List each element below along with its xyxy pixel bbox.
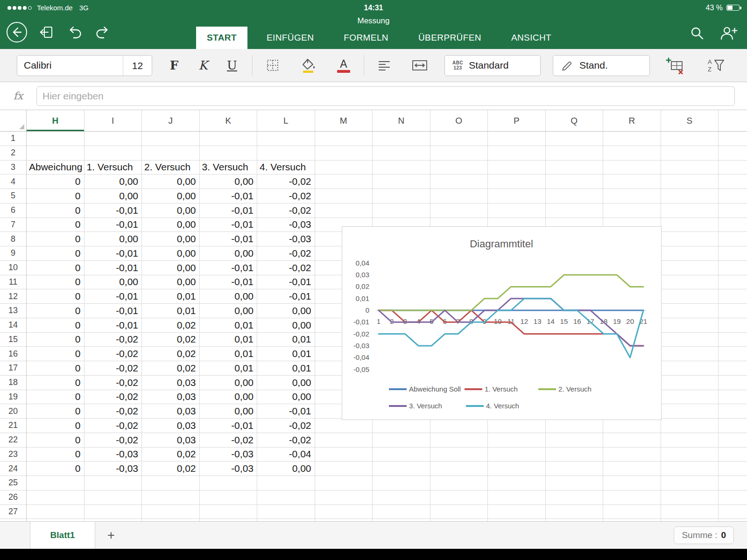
font-color-button[interactable]: A bbox=[331, 55, 356, 76]
cell-L20[interactable]: -0,01 bbox=[257, 404, 315, 419]
cell-K15[interactable]: 0,01 bbox=[200, 333, 258, 347]
cell-K20[interactable]: 0,00 bbox=[200, 404, 258, 419]
cell-R2[interactable] bbox=[603, 146, 661, 161]
cell-partial-16[interactable] bbox=[719, 347, 747, 361]
cell-partial-22[interactable] bbox=[719, 433, 747, 448]
cell-Q2[interactable] bbox=[546, 146, 604, 161]
cell-I19[interactable]: -0,02 bbox=[85, 390, 142, 405]
cell-I11[interactable]: 0,00 bbox=[85, 275, 142, 290]
cell-S4[interactable] bbox=[661, 175, 719, 189]
cell-M24[interactable] bbox=[315, 462, 373, 476]
cell-M26[interactable] bbox=[315, 490, 373, 505]
column-header-S[interactable]: S bbox=[661, 110, 719, 131]
column-header-O[interactable]: O bbox=[430, 110, 488, 131]
cell-partial-20[interactable] bbox=[719, 404, 747, 419]
cell-Q27[interactable] bbox=[546, 505, 604, 519]
cell-P23[interactable] bbox=[488, 448, 546, 462]
cell-K23[interactable]: -0,03 bbox=[200, 448, 258, 462]
cell-Q25[interactable] bbox=[546, 476, 604, 490]
cell-P25[interactable] bbox=[488, 476, 546, 490]
cell-K11[interactable]: -0,01 bbox=[200, 275, 258, 290]
cell-I1[interactable] bbox=[85, 132, 142, 146]
underline-button[interactable]: U bbox=[219, 55, 245, 76]
add-sheet-button[interactable]: + bbox=[95, 528, 127, 543]
cell-S10[interactable] bbox=[661, 261, 719, 275]
cell-L15[interactable]: 0,01 bbox=[257, 333, 315, 347]
cell-partial-12[interactable] bbox=[719, 289, 747, 304]
sheet-tab-blatt1[interactable]: Blatt1 bbox=[30, 522, 95, 549]
cell-R4[interactable] bbox=[603, 175, 661, 189]
cell-L25[interactable] bbox=[257, 476, 315, 490]
column-header-Q[interactable]: Q bbox=[546, 110, 604, 131]
row-header-18[interactable]: 18 bbox=[0, 376, 27, 390]
row-header-4[interactable]: 4 bbox=[0, 175, 27, 189]
cell-partial-3[interactable] bbox=[719, 161, 747, 175]
bold-button[interactable]: F bbox=[162, 55, 187, 76]
cell-H20[interactable]: 0 bbox=[27, 404, 85, 419]
cell-N5[interactable] bbox=[373, 189, 430, 203]
cell-I18[interactable]: -0,02 bbox=[85, 376, 142, 390]
cell-S20[interactable] bbox=[661, 404, 719, 419]
cell-Q22[interactable] bbox=[546, 433, 604, 448]
column-header-R[interactable]: R bbox=[603, 110, 661, 131]
cell-N1[interactable] bbox=[373, 132, 430, 146]
cell-K3[interactable]: 3. Versuch bbox=[200, 161, 258, 175]
cell-I17[interactable]: -0,02 bbox=[85, 361, 142, 376]
cell-L3[interactable]: 4. Versuch bbox=[257, 161, 315, 175]
cell-O1[interactable] bbox=[430, 132, 488, 146]
cell-N24[interactable] bbox=[373, 462, 430, 476]
cell-P5[interactable] bbox=[488, 189, 546, 203]
tab-einfuegen[interactable]: EINFÜGEN bbox=[256, 27, 324, 49]
cell-K8[interactable]: -0,01 bbox=[200, 232, 258, 246]
cell-L2[interactable] bbox=[257, 146, 315, 161]
select-all-corner[interactable] bbox=[0, 110, 27, 131]
cell-partial-21[interactable] bbox=[719, 419, 747, 433]
cell-J23[interactable]: 0,02 bbox=[142, 448, 200, 462]
cell-J2[interactable] bbox=[142, 146, 200, 161]
tab-start[interactable]: START bbox=[196, 27, 247, 49]
cell-Q4[interactable] bbox=[546, 175, 604, 189]
row-header-19[interactable]: 19 bbox=[0, 390, 27, 405]
cell-R21[interactable] bbox=[603, 419, 661, 433]
cell-S12[interactable] bbox=[661, 289, 719, 304]
cell-I21[interactable]: -0,02 bbox=[85, 419, 142, 433]
cell-S22[interactable] bbox=[661, 433, 719, 448]
cell-I20[interactable]: -0,02 bbox=[85, 404, 142, 419]
font-name-value[interactable]: Calibri bbox=[17, 60, 123, 71]
cell-K9[interactable]: 0,00 bbox=[200, 246, 258, 261]
cell-R3[interactable] bbox=[603, 161, 661, 175]
cell-H16[interactable]: 0 bbox=[27, 347, 85, 361]
cell-K5[interactable]: -0,01 bbox=[200, 189, 258, 203]
row-header-9[interactable]: 9 bbox=[0, 246, 27, 261]
cell-J17[interactable]: 0,02 bbox=[142, 361, 200, 376]
row-header-7[interactable]: 7 bbox=[0, 218, 27, 232]
cell-I10[interactable]: -0,01 bbox=[85, 261, 142, 275]
cell-partial-13[interactable] bbox=[719, 304, 747, 318]
cell-L7[interactable]: -0,03 bbox=[257, 218, 315, 232]
aggregate-summary[interactable]: Summe : 0 bbox=[674, 526, 734, 544]
row-header-20[interactable]: 20 bbox=[0, 404, 27, 419]
back-button[interactable] bbox=[7, 22, 27, 42]
cell-L13[interactable]: 0,00 bbox=[257, 304, 315, 318]
merge-cells-button[interactable] bbox=[407, 55, 432, 76]
column-header-N[interactable]: N bbox=[373, 110, 430, 131]
cell-O25[interactable] bbox=[430, 476, 488, 490]
cell-partial-18[interactable] bbox=[719, 376, 747, 390]
cell-Q26[interactable] bbox=[546, 490, 604, 505]
cell-S5[interactable] bbox=[661, 189, 719, 203]
cell-Q23[interactable] bbox=[546, 448, 604, 462]
cell-Q5[interactable] bbox=[546, 189, 604, 203]
cell-I9[interactable]: -0,01 bbox=[85, 246, 142, 261]
cell-K18[interactable]: 0,00 bbox=[200, 376, 258, 390]
cell-K2[interactable] bbox=[200, 146, 258, 161]
cell-K7[interactable]: -0,01 bbox=[200, 218, 258, 232]
cell-S8[interactable] bbox=[661, 232, 719, 246]
tab-formeln[interactable]: FORMELN bbox=[333, 27, 399, 49]
cell-N22[interactable] bbox=[373, 433, 430, 448]
cell-R5[interactable] bbox=[603, 189, 661, 203]
cell-N3[interactable] bbox=[373, 161, 430, 175]
cell-L18[interactable]: 0,00 bbox=[257, 376, 315, 390]
cell-R26[interactable] bbox=[603, 490, 661, 505]
cell-H6[interactable]: 0 bbox=[27, 203, 85, 218]
redo-button[interactable] bbox=[94, 24, 111, 41]
